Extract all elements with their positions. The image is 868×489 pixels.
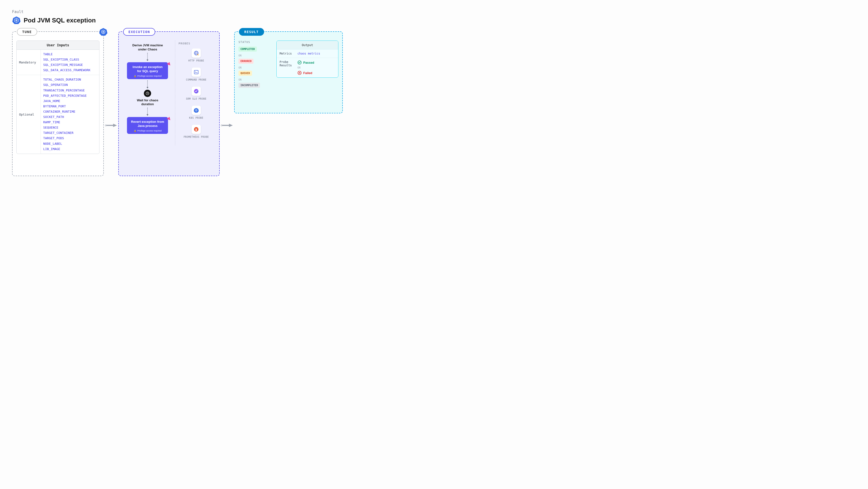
probe-icon: [192, 87, 201, 96]
arrow-down-icon: [147, 106, 149, 117]
param-item: SEQUENCE: [43, 125, 97, 130]
param-item: LIB_IMAGE: [43, 146, 97, 152]
optional-values: TOTAL_CHAOS_DURATIONSQL_OPERATIONTRANSAC…: [41, 75, 99, 154]
header: Fault Pod JVM SQL exception: [12, 10, 856, 25]
svg-rect-26: [194, 70, 198, 74]
svg-point-40: [221, 125, 222, 126]
probe-label: COMMAND PROBE: [186, 78, 207, 81]
output-metrics-row: Metrics chaos metrics: [277, 50, 338, 58]
step-invoke-exception: Invoke an exception for SQL query 🔒Privi…: [127, 62, 168, 79]
param-item: BYTEMAN_PORT: [43, 104, 97, 109]
param-item: SQL_DATA_ACCESS_FRAMEWORK: [43, 68, 97, 73]
probes-title: PROBES: [179, 42, 214, 45]
output-header: Output: [277, 41, 338, 50]
param-item: TABLE: [43, 52, 97, 57]
arrow-down-icon: [147, 52, 149, 62]
svg-marker-42: [229, 124, 233, 127]
param-item: SQL_OPERATION: [43, 82, 97, 88]
metrics-label: Metrics: [280, 52, 295, 55]
status-title: STATUS: [239, 40, 273, 44]
or-label: OR: [298, 66, 314, 69]
user-inputs-header: User Inputs: [17, 41, 99, 50]
probe-item: SRM SLO PROBE: [179, 87, 214, 100]
execution-panel: EXECUTION Derive JVM machine under Chaos…: [118, 31, 220, 176]
param-item: SQL_EXCEPTION_MESSAGE: [43, 62, 97, 68]
mandatory-row: Mandatory TABLESQL_EXCEPTION_CLASSSQL_EX…: [17, 50, 99, 75]
probe-label: PROMETHEUS PROBE: [184, 135, 209, 138]
status-completed: COMPLETED: [239, 46, 257, 52]
probes-column: PROBES HTTP PROBECOMMAND PROBESRM SLO PR…: [175, 40, 215, 145]
x-circle-icon: [298, 71, 302, 75]
mandatory-label: Mandatory: [17, 50, 41, 75]
probe-results-values: Passed OR Failed: [298, 60, 314, 75]
diagram: TUNE User Inputs Mandatory TABLESQL_EXCE…: [12, 31, 856, 176]
step-derive: Derive JVM machine under Chaos: [129, 43, 165, 52]
ribbon-icon: [165, 116, 170, 121]
probe-label: SRM SLO PROBE: [186, 97, 207, 100]
probe-icon: [192, 106, 201, 115]
output-card: Output Metrics chaos metrics Probe Resul…: [276, 40, 338, 78]
result-panel: RESULT STATUS COMPLETED OR ERRORED OR QU…: [234, 31, 343, 113]
flow-arrow-1: [104, 31, 118, 176]
param-item: POD_AFFECTED_PERCENTAGE: [43, 93, 97, 98]
lock-icon: 🔒: [134, 130, 136, 132]
probe-icon: [192, 48, 201, 58]
param-item: JAVA_HOME: [43, 98, 97, 104]
probe-result-failed: Failed: [298, 71, 314, 75]
kubernetes-icon: [12, 16, 21, 25]
status-errored: ERRORED: [239, 59, 253, 64]
tune-panel: TUNE User Inputs Mandatory TABLESQL_EXCE…: [12, 31, 104, 176]
step-revert-sub: 🔒Privilege access required: [130, 130, 165, 132]
probe-icon: [192, 68, 201, 77]
param-item: TARGET_PODS: [43, 136, 97, 141]
tune-pill: TUNE: [17, 28, 37, 36]
step-invoke-title: Invoke an exception for SQL query: [130, 65, 165, 73]
optional-label: Optional: [17, 75, 41, 154]
lock-icon: 🔒: [134, 75, 136, 77]
ribbon-icon: [165, 61, 170, 66]
optional-row: Optional TOTAL_CHAOS_DURATIONSQL_OPERATI…: [17, 75, 99, 154]
probe-item: HTTP PROBE: [179, 48, 214, 62]
svg-line-22: [148, 93, 148, 94]
param-item: NODE_LABEL: [43, 141, 97, 146]
probe-icon: [192, 125, 201, 134]
or-label: OR: [239, 66, 273, 69]
step-invoke-sub: 🔒Privilege access required: [130, 75, 165, 77]
step-revert-title: Revert exception from Java process: [130, 120, 165, 128]
or-label: OR: [239, 78, 273, 81]
probe-label: HTTP PROBE: [188, 59, 204, 62]
or-label: OR: [239, 54, 273, 57]
step-revert-exception: Revert exception from Java process 🔒Priv…: [127, 117, 168, 134]
param-item: SQL_EXCEPTION_CLASS: [43, 57, 97, 62]
step-wait: Wait for chaos duration: [134, 90, 161, 107]
result-pill: RESULT: [239, 28, 264, 36]
fault-label: Fault: [12, 10, 856, 14]
probe-item: PROMETHEUS PROBE: [179, 125, 214, 138]
output-column: Output Metrics chaos metrics Probe Resul…: [276, 40, 338, 89]
param-item: SOCKET_PATH: [43, 115, 97, 120]
clock-icon: [144, 90, 151, 97]
svg-rect-38: [195, 130, 197, 130]
flow-arrow-2: [220, 31, 234, 176]
probe-result-passed: Passed: [298, 60, 314, 65]
param-item: TARGET_CONTAINER: [43, 130, 97, 136]
arrow-down-icon: [147, 79, 149, 90]
probe-item: K8S PROBE: [179, 106, 214, 120]
kubernetes-connector-icon: [99, 28, 107, 36]
check-circle-icon: [298, 60, 302, 65]
metrics-value: chaos metrics: [298, 52, 320, 55]
execution-pill: EXECUTION: [123, 28, 155, 36]
execution-steps: Derive JVM machine under Chaos Invoke an…: [123, 40, 173, 145]
param-item: RAMP_TIME: [43, 120, 97, 125]
status-column: STATUS COMPLETED OR ERRORED OR QUEUED OR…: [239, 40, 273, 89]
probe-item: COMMAND PROBE: [179, 68, 214, 81]
probe-results-label: Probe Results: [280, 60, 295, 75]
title-row: Pod JVM SQL exception: [12, 16, 856, 25]
svg-point-39: [195, 130, 197, 131]
svg-point-17: [105, 125, 106, 126]
mandatory-values: TABLESQL_EXCEPTION_CLASSSQL_EXCEPTION_ME…: [41, 50, 99, 75]
status-queued: QUEUED: [239, 71, 252, 76]
output-probe-results-row: Probe Results Passed OR Failed: [277, 58, 338, 77]
user-inputs-card: User Inputs Mandatory TABLESQL_EXCEPTION…: [17, 40, 99, 154]
step-wait-label: Wait for chaos duration: [134, 98, 161, 107]
